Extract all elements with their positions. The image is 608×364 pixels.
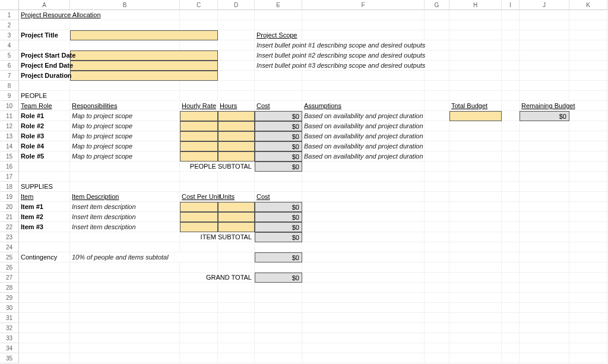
cell-K30[interactable] [569,303,607,313]
cell-C34[interactable] [180,343,218,353]
cell-C4[interactable] [180,40,218,50]
cell-B13[interactable]: Map to project scope [70,131,180,141]
cell-D31[interactable] [218,313,255,323]
cell-K22[interactable] [569,222,607,232]
row-header-12[interactable]: 12 [0,121,19,131]
cell-J21[interactable] [520,212,569,222]
cell-E33[interactable] [255,333,302,343]
cell-I14[interactable] [502,141,520,151]
cell-B30[interactable] [70,303,180,313]
cell-J14[interactable] [520,141,569,151]
row-header-9[interactable]: 9 [0,91,19,101]
cell-D17[interactable] [218,172,255,182]
cell-E32[interactable] [255,323,302,333]
cell-E4[interactable]: Insert bullet point #1 describing scope … [255,40,449,50]
cell-E29[interactable] [255,293,302,303]
cell-B21[interactable]: Insert item description [70,212,180,222]
cell-H1[interactable] [449,10,502,20]
cell-D15-input[interactable] [218,151,255,162]
cell-C26[interactable] [180,262,218,273]
cell-H19[interactable] [449,192,502,202]
cell-B10[interactable]: Responsibilities [70,101,180,111]
cell-F15[interactable]: Based on availability and project durati… [302,151,425,162]
cell-E27[interactable]: $0 [255,273,302,283]
cell-F34[interactable] [302,343,425,353]
cell-E15[interactable]: $0 [255,151,302,162]
cell-D18[interactable] [218,182,255,192]
cell-G11[interactable] [425,111,449,121]
cell-H11-input[interactable] [449,111,502,121]
cell-A24[interactable] [19,242,70,252]
cell-D11-input[interactable] [218,111,255,121]
cell-E34[interactable] [255,343,302,353]
cell-K19[interactable] [569,192,607,202]
cell-A13[interactable]: Role #3 [19,131,70,141]
row-header-33[interactable]: 33 [0,333,19,343]
cell-B15[interactable]: Map to project scope [70,151,180,162]
row-header-20[interactable]: 20 [0,202,19,212]
cell-E10[interactable]: Cost [255,101,302,111]
cell-E35[interactable] [255,353,302,363]
cell-I33[interactable] [502,333,520,343]
cell-A15[interactable]: Role #5 [19,151,70,162]
cell-H23[interactable] [449,232,502,242]
cell-A26[interactable] [19,262,70,273]
cell-A18[interactable]: SUPPLIES [19,182,70,192]
cell-I28[interactable] [502,283,520,293]
cell-G3[interactable] [425,30,449,40]
cell-A9[interactable]: PEOPLE [19,91,70,101]
cell-B9[interactable] [70,91,180,101]
cell-J5[interactable] [520,50,569,61]
cell-D4[interactable] [218,40,255,50]
cell-H22[interactable] [449,222,502,232]
cell-K12[interactable] [569,121,607,131]
cell-F2[interactable] [302,20,425,30]
cell-G20[interactable] [425,202,449,212]
cell-C29[interactable] [180,293,218,303]
cell-B32[interactable] [70,323,180,333]
cell-A19[interactable]: Item [19,192,70,202]
cell-E28[interactable] [255,283,302,293]
col-header-K[interactable]: K [569,0,607,10]
cell-I26[interactable] [502,262,520,273]
row-header-27[interactable]: 27 [0,273,19,283]
cell-F35[interactable] [302,353,425,363]
row-header-35[interactable]: 35 [0,353,19,363]
cell-G30[interactable] [425,303,449,313]
row-header-25[interactable]: 25 [0,252,19,262]
cell-I16[interactable] [502,162,520,172]
cell-F27[interactable] [302,273,425,283]
cell-I25[interactable] [502,252,520,262]
cell-D27[interactable]: GRAND TOTAL [180,273,255,283]
cell-A23[interactable] [19,232,70,242]
cell-B27[interactable] [70,273,180,283]
cell-H17[interactable] [449,172,502,182]
cell-I5[interactable] [502,50,520,61]
cell-C9[interactable] [180,91,218,101]
cell-I31[interactable] [502,313,520,323]
cell-E24[interactable] [255,242,302,252]
cell-J1[interactable] [520,10,569,20]
cell-H26[interactable] [449,262,502,273]
cell-F16[interactable] [302,162,425,172]
cell-F3[interactable] [302,30,425,40]
cell-I12[interactable] [502,121,520,131]
cell-I7[interactable] [502,71,520,81]
cell-F11[interactable]: Based on availability and project durati… [302,111,425,121]
cell-J6[interactable] [520,61,569,71]
cell-H28[interactable] [449,283,502,293]
cell-I8[interactable] [502,81,520,91]
cell-F26[interactable] [302,262,425,273]
cell-C22-input[interactable] [180,222,218,232]
cell-H29[interactable] [449,293,502,303]
cell-I19[interactable] [502,192,520,202]
cell-A35[interactable] [19,353,70,363]
cell-G35[interactable] [425,353,449,363]
cell-K5[interactable] [569,50,607,61]
row-header-14[interactable]: 14 [0,141,19,151]
cell-K9[interactable] [569,91,607,101]
col-header-F[interactable]: F [302,0,425,10]
row-header-15[interactable]: 15 [0,151,19,162]
cell-A34[interactable] [19,343,70,353]
cell-B26[interactable] [70,262,180,273]
